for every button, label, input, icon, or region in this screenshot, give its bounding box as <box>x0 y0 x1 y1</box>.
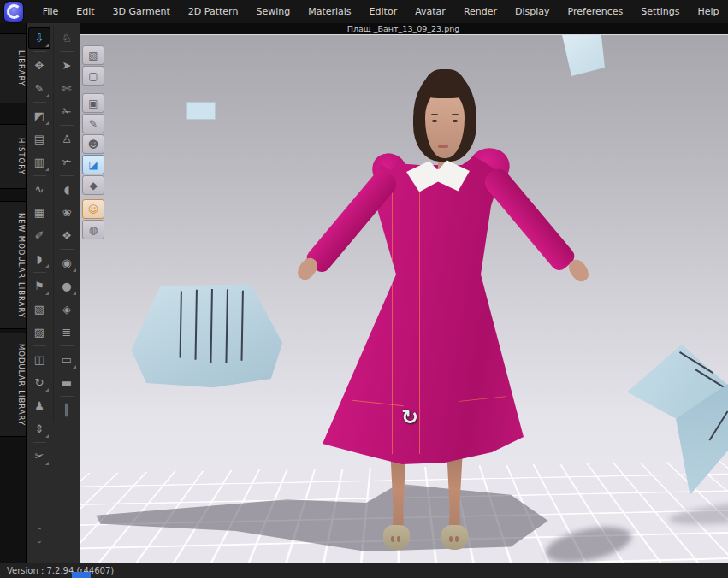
menu-avatar[interactable]: Avatar <box>406 0 455 23</box>
avatar-shoe-left <box>383 525 410 550</box>
rotate-gizmo-icon[interactable]: ↻ <box>397 404 423 430</box>
tab-history[interactable]: HISTORY <box>0 124 26 189</box>
rotate-avatar-tool-button[interactable]: ↻ <box>28 372 50 393</box>
menu-display[interactable]: Display <box>506 0 559 23</box>
toggle-fabric-icon[interactable]: ▧ <box>82 45 104 65</box>
toggle-environment-icon[interactable]: ◍ <box>82 220 104 239</box>
document-title: Плащ _Бант_13_09_23.png <box>79 23 728 34</box>
avatar-lips <box>438 144 448 148</box>
edit-pattern-tool-button[interactable]: ✎ <box>28 78 50 99</box>
palette-scroll-up[interactable]: ⌃ <box>27 527 52 536</box>
thread-tool-button[interactable]: ∿ <box>28 179 50 200</box>
tack-pin-button[interactable]: ✁ <box>56 101 78 122</box>
button-tool-button[interactable]: ● <box>56 275 78 297</box>
menu-edit[interactable]: Edit <box>68 0 104 23</box>
fold-garment-tool-button[interactable]: ▨ <box>28 321 50 343</box>
pattern-garment-button[interactable]: ❖ <box>56 225 78 246</box>
tool-palette: ⇩ ✥ ✎ ◩ ▤ ▥ ∿ ▦ ✐ ◗ ⚑ ▧ ▨ ◫ ↻ ♟ ⇕ ✂ ⌃ <box>26 23 80 563</box>
menu-preferences[interactable]: Preferences <box>559 0 632 23</box>
menu-bar: File Edit 3D Garment 2D Pattern Sewing M… <box>0 0 728 23</box>
app-window: File Edit 3D Garment 2D Pattern Sewing M… <box>0 0 728 578</box>
tool-column-left: ⇩ ✥ ✎ ◩ ▤ ▥ ∿ ▦ ✐ ◗ ⚑ ▧ ▨ ◫ ↻ ♟ ⇕ ✂ ⌃ <box>27 26 52 469</box>
untack-tool-button[interactable]: ✃ <box>56 151 78 173</box>
select-tool-button[interactable]: ⇩ <box>28 27 50 49</box>
pattern-piece-top[interactable] <box>560 35 605 76</box>
avatar-brow-left <box>431 114 438 115</box>
avatar-tool-button[interactable]: ♟ <box>28 395 50 416</box>
menu-file[interactable]: File <box>33 0 67 23</box>
toggle-stitches-icon[interactable]: ✎ <box>82 114 104 133</box>
pattern-piece-left[interactable] <box>129 280 287 392</box>
menu-help[interactable]: Help <box>689 0 728 23</box>
toggle-garment-icon[interactable]: ▣ <box>82 93 104 113</box>
avatar-brow-right <box>452 114 459 115</box>
sewing-machine-tool-button[interactable]: ▤ <box>28 128 50 150</box>
toggle-garment-outline-icon[interactable]: ▢ <box>82 66 104 86</box>
free-sewing-tool-button[interactable]: ▥ <box>28 151 50 173</box>
simulate-avatar-button[interactable]: ♘ <box>56 27 78 49</box>
viewport-3d[interactable]: ↻ ▧ ▢ ▣ ✎ ☻ ◪ ◆ ☺ ◍ <box>79 34 728 563</box>
menu-3d-garment[interactable]: 3D Garment <box>104 0 179 23</box>
tab-library[interactable]: LIBRARY <box>0 33 26 103</box>
toggle-avatar-view-icon[interactable]: ☻ <box>82 134 104 154</box>
vest-tool-button[interactable]: ◫ <box>28 349 50 370</box>
avatar-scale-tool-button[interactable]: ⇕ <box>28 418 50 439</box>
toggle-fabric-selected-icon[interactable]: ◪ <box>82 155 104 174</box>
buttonhole-tool-button[interactable]: ◈ <box>56 298 78 320</box>
avatar-shoe-right <box>441 525 468 550</box>
scissors-tool-button[interactable]: ✂ <box>28 445 50 467</box>
graft-button[interactable]: ◉ <box>56 252 78 274</box>
tack-on-avatar-button[interactable]: ✄ <box>56 78 78 99</box>
pattern-print-button[interactable]: ❀ <box>56 202 78 223</box>
tool-column-right: ♘ ➤ ✄ ✁ ♙ ✃ ◖ ❀ ❖ ◉ ● ◈ ≣ ▭ ▬ ╫ <box>53 26 80 422</box>
measure-tool-button[interactable]: ╫ <box>56 399 78 421</box>
toggle-avatar-icon[interactable]: ☺ <box>82 199 104 219</box>
tab-modular-library[interactable]: MODULAR LIBRARY <box>0 333 26 437</box>
progress-marker <box>72 572 91 578</box>
avatar-bangs <box>423 69 467 98</box>
drape-tool-button[interactable]: ♙ <box>56 128 78 150</box>
garment-sleeve-right <box>480 164 577 274</box>
pan-tool-button[interactable]: ✥ <box>28 55 50 76</box>
status-bar: Version : 7.2.94 (r44607) <box>0 563 728 578</box>
shoes-tool-button[interactable]: ◖ <box>56 179 78 200</box>
app-logo-icon <box>4 2 23 22</box>
garment-coat-dress[interactable] <box>318 155 528 467</box>
avatar-eye-left <box>432 120 437 122</box>
menu-2d-pattern[interactable]: 2D Pattern <box>179 0 247 23</box>
toggle-fabric-dark-icon[interactable]: ◆ <box>82 175 104 195</box>
menu-sewing[interactable]: Sewing <box>247 0 299 23</box>
menu-settings[interactable]: Settings <box>632 0 689 23</box>
jacket-tool-button[interactable]: ▧ <box>28 298 50 320</box>
tab-new-modular-library[interactable]: NEW MODULAR LIBRARY <box>0 201 26 329</box>
palette-scroll-down[interactable]: ⌄ <box>27 536 52 546</box>
menu-editor[interactable]: Editor <box>360 0 406 23</box>
fabric-roll-b-button[interactable]: ▬ <box>56 372 78 393</box>
version-label: Version : 7.2.94 (r44607) <box>7 566 114 575</box>
move-avatar-button[interactable]: ➤ <box>56 55 78 76</box>
menu-render[interactable]: Render <box>454 0 506 23</box>
fabric-roll-a-button[interactable]: ▭ <box>56 349 78 370</box>
side-tab-strip: LIBRARY HISTORY NEW MODULAR LIBRARY MODU… <box>0 23 26 578</box>
pin-sewing-tool-button[interactable]: ▦ <box>28 202 50 223</box>
pin-tool-button[interactable]: ✐ <box>28 225 50 246</box>
pattern-piece-small[interactable] <box>186 102 216 120</box>
steam-iron-tool-button[interactable]: ◗ <box>28 248 50 269</box>
zipper-tool-button[interactable]: ≣ <box>56 321 78 343</box>
garment-tool-button[interactable]: ◩ <box>28 105 50 127</box>
flag-export-tool-button[interactable]: ⚑ <box>28 275 50 297</box>
menu-materials[interactable]: Materials <box>299 0 360 23</box>
avatar-eye-right <box>453 120 458 122</box>
